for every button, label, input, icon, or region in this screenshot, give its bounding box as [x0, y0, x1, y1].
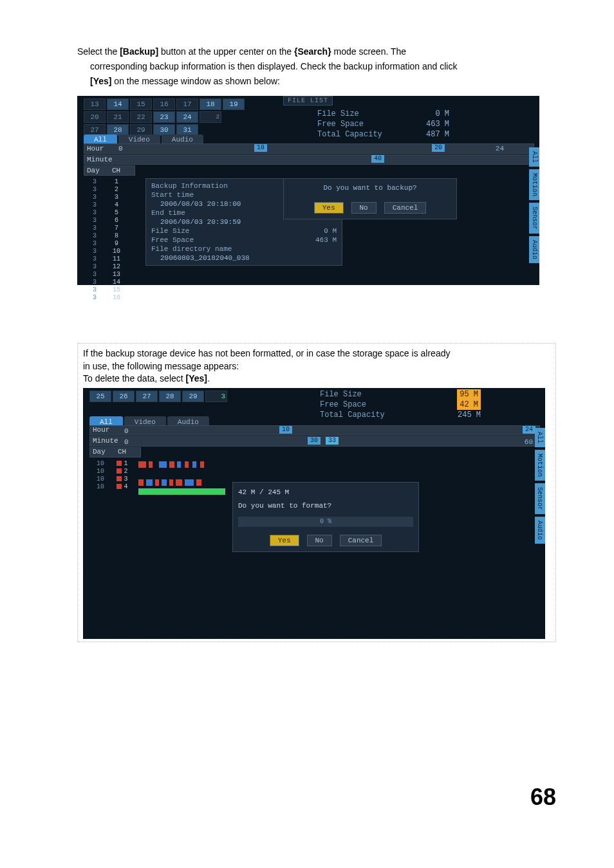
- ch-val: 2: [106, 186, 127, 194]
- record-indicator-icon: [116, 476, 122, 481]
- bkp-freespace-val: 463 M: [315, 235, 337, 245]
- tl-row: [138, 488, 225, 495]
- format-question: Do you want to format?: [238, 501, 413, 511]
- ch-val: 1: [106, 178, 127, 186]
- cal-day[interactable]: 16: [153, 98, 175, 110]
- channel-row: 37: [84, 225, 127, 232]
- minute-track[interactable]: 40: [115, 155, 534, 164]
- cal-day[interactable]: 25: [89, 391, 111, 402]
- channel-list: 101102103104: [89, 460, 133, 491]
- day-val: 10: [89, 460, 111, 468]
- no-button[interactable]: No: [307, 535, 332, 546]
- time-rulers: Hour 0 18 20 24 Minute 40 Day CH: [84, 143, 534, 176]
- ch-val: 14: [106, 279, 127, 286]
- ch-val: 16: [106, 294, 127, 302]
- cal-day[interactable]: 3: [205, 391, 227, 402]
- cal-day[interactable]: 20: [84, 111, 106, 123]
- file-info: File Size0 M Free Space463 M Total Capac…: [317, 109, 449, 140]
- intro-pre: Select the: [77, 46, 120, 57]
- side-tab-motion[interactable]: Motion: [535, 450, 545, 481]
- timeline-bars: [138, 461, 225, 497]
- cal-day[interactable]: 19: [223, 98, 245, 110]
- day-val: 10: [89, 483, 111, 491]
- note-line2: in use, the following message appears:: [83, 360, 550, 373]
- side-tabs: All Motion Sensor Audio: [535, 428, 545, 546]
- day-val: 3: [84, 232, 106, 240]
- file-size-label: File Size: [320, 389, 362, 400]
- intro-text: Select the [Backup] button at the upper …: [77, 45, 556, 88]
- day-val: 3: [84, 248, 106, 255]
- cal-day[interactable]: 2: [200, 111, 221, 123]
- channel-row: 103: [89, 476, 133, 483]
- channel-row: 34: [84, 201, 127, 209]
- cal-day[interactable]: 26: [113, 391, 135, 402]
- hour-label: Hour: [90, 425, 121, 435]
- side-tab-audio[interactable]: Audio: [535, 517, 545, 544]
- cal-day[interactable]: 17: [176, 98, 198, 110]
- hour-track[interactable]: 0 10 24: [121, 426, 539, 435]
- cal-day[interactable]: 23: [153, 111, 175, 123]
- ch-val: 6: [106, 217, 127, 225]
- yes-ref: [Yes]: [90, 76, 111, 86]
- day-val: 3: [84, 194, 106, 201]
- search-mode-ref: {Search}: [294, 46, 331, 57]
- format-size: 42 M / 245 M: [238, 488, 413, 497]
- hour-end: 24: [496, 145, 504, 152]
- side-tab-audio[interactable]: Audio: [529, 236, 539, 263]
- file-size-val: 95 M: [457, 389, 481, 400]
- file-list-tab: FILE LIST: [283, 96, 333, 106]
- side-tab-all[interactable]: All: [529, 147, 539, 167]
- yes-button[interactable]: Yes: [314, 202, 344, 214]
- ch-val: 13: [106, 271, 127, 279]
- side-tab-sensor[interactable]: Sensor: [535, 483, 545, 514]
- side-tab-all[interactable]: All: [535, 428, 545, 447]
- cal-day[interactable]: 21: [107, 111, 129, 123]
- cal-day[interactable]: 24: [176, 111, 198, 123]
- minute-tick: 40: [371, 155, 384, 163]
- free-space-label: Free Space: [320, 400, 366, 410]
- cal-day[interactable]: 14: [107, 98, 129, 110]
- cal-day[interactable]: 29: [182, 391, 204, 402]
- dir-val: 20060803_20182040_038: [151, 254, 337, 263]
- day-val: 3: [84, 201, 106, 209]
- day-val: 3: [84, 279, 106, 286]
- hour-track[interactable]: 0 18 20 24: [115, 144, 534, 153]
- format-note: If the backup storage device has not bee…: [77, 343, 556, 642]
- side-tab-sensor[interactable]: Sensor: [529, 203, 539, 234]
- no-button[interactable]: No: [351, 202, 377, 214]
- minute-start: 0: [124, 438, 129, 447]
- cancel-button[interactable]: Cancel: [384, 202, 427, 214]
- ch-val: 3: [106, 194, 127, 201]
- cal-day[interactable]: 28: [159, 391, 181, 402]
- note-line3-pre: To delete the data, select: [83, 373, 186, 383]
- day-val: 3: [84, 178, 106, 186]
- note-yes: [Yes]: [186, 373, 207, 383]
- ch-label: CH: [109, 167, 135, 174]
- cancel-button[interactable]: Cancel: [340, 535, 382, 546]
- day-label: Day: [84, 167, 109, 174]
- free-space-val: 42 M: [457, 400, 481, 410]
- day-val: 3: [84, 263, 106, 271]
- cal-day[interactable]: 22: [130, 111, 152, 123]
- ch-val: 8: [106, 232, 127, 240]
- channel-list: 313233343536373839310311312313314315316: [84, 178, 127, 302]
- cal-day[interactable]: 27: [136, 391, 158, 402]
- ch-val: 12: [106, 263, 127, 271]
- record-indicator-icon: [116, 461, 122, 466]
- backup-btn-ref: [Backup]: [120, 46, 158, 57]
- minute-track[interactable]: 0 30 33 60: [121, 437, 539, 446]
- bkp-freespace-label: Free Space: [151, 236, 194, 244]
- side-tabs: All Motion Sensor Audio: [529, 147, 539, 266]
- cal-day[interactable]: 15: [130, 98, 152, 110]
- time-rulers: Hour 0 10 24 Minute 0 30 33 60: [89, 425, 540, 458]
- side-tab-motion[interactable]: Motion: [529, 169, 539, 200]
- channel-row: 311: [84, 255, 127, 263]
- cal-day[interactable]: 18: [200, 98, 221, 110]
- day-val: 3: [84, 209, 106, 217]
- day-val: 3: [84, 271, 106, 279]
- record-indicator-icon: [116, 468, 122, 474]
- yes-button[interactable]: Yes: [270, 535, 299, 546]
- channel-row: 38: [84, 232, 127, 240]
- total-cap-label: Total Capacity: [320, 410, 385, 420]
- cal-day[interactable]: 13: [84, 98, 106, 110]
